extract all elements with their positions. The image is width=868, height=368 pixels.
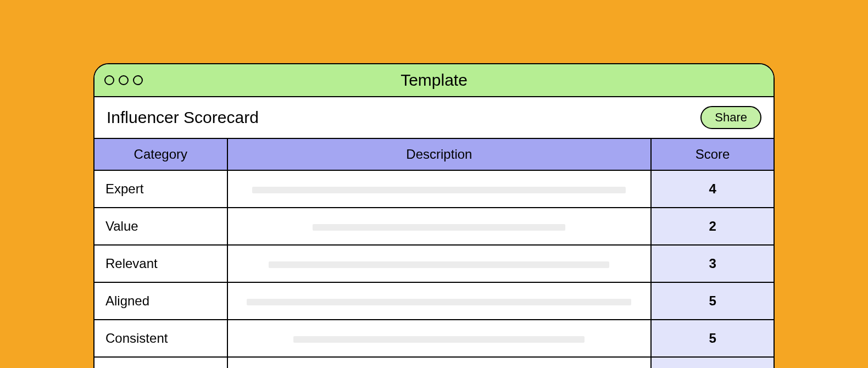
window-controls — [104, 75, 143, 85]
cell-description — [227, 282, 652, 320]
description-placeholder — [313, 224, 565, 231]
table-row: Relevant3 — [94, 245, 774, 282]
description-placeholder — [269, 261, 609, 268]
titlebar: Template — [94, 64, 774, 97]
cell-description — [227, 357, 652, 368]
page-title: Influencer Scorecard — [107, 108, 259, 127]
cell-description — [227, 320, 652, 357]
description-placeholder — [247, 299, 631, 305]
description-placeholder — [293, 336, 585, 343]
table-row: Aligned5 — [94, 282, 774, 320]
cell-score: 2 — [651, 208, 774, 245]
window: Template Influencer Scorecard Share Cate… — [93, 63, 775, 368]
header-score: Score — [651, 139, 774, 170]
header-category: Category — [94, 139, 227, 170]
cell-category: Aligned — [94, 282, 227, 320]
table-row: Consistent5 — [94, 320, 774, 357]
cell-score: 5 — [651, 282, 774, 320]
window-dot-icon — [133, 75, 143, 85]
window-dot-icon — [104, 75, 114, 85]
window-dot-icon — [119, 75, 129, 85]
cell-description — [227, 208, 652, 245]
table-row: Value2 — [94, 208, 774, 245]
cell-score: 5 — [651, 320, 774, 357]
cell-score: 4 — [651, 357, 774, 368]
cell-description — [227, 245, 652, 282]
window-title: Template — [94, 71, 774, 90]
share-button[interactable]: Share — [700, 106, 761, 129]
cell-category: Relevant — [94, 245, 227, 282]
table-row: Brand Safe4 — [94, 357, 774, 368]
cell-description — [227, 170, 652, 208]
cell-category: Expert — [94, 170, 227, 208]
header-description: Description — [227, 139, 652, 170]
cell-score: 3 — [651, 245, 774, 282]
cell-score: 4 — [651, 170, 774, 208]
description-placeholder — [252, 187, 626, 193]
scorecard-table: Category Description Score Expert4Value2… — [94, 139, 774, 368]
cell-category: Value — [94, 208, 227, 245]
cell-category: Brand Safe — [94, 357, 227, 368]
toolbar: Influencer Scorecard Share — [94, 97, 774, 139]
table-row: Expert4 — [94, 170, 774, 208]
cell-category: Consistent — [94, 320, 227, 357]
table-header-row: Category Description Score — [94, 139, 774, 170]
